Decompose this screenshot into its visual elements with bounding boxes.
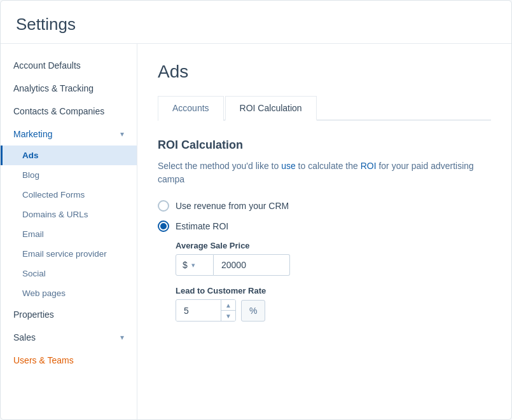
- avg-sale-price-input[interactable]: [214, 254, 290, 276]
- sidebar-subitem-collected-forms[interactable]: Collected Forms: [1, 185, 137, 205]
- main-content: Ads Accounts ROI Calculation ROI Calcula…: [137, 44, 511, 419]
- avg-sale-price-label: Average Sale Price: [176, 241, 491, 250]
- radio-circle-estimate-roi: [158, 220, 169, 232]
- currency-dropdown-icon: ▾: [191, 261, 195, 269]
- lead-to-customer-input[interactable]: [176, 301, 221, 321]
- radio-circle-use-revenue: [158, 200, 169, 212]
- roi-description: Select the method you'd like to use to c…: [158, 159, 491, 186]
- sidebar-subitem-blog[interactable]: Blog: [1, 165, 137, 185]
- sidebar-item-sales[interactable]: Sales ▾: [1, 326, 137, 349]
- radio-label-use-revenue: Use revenue from your CRM: [176, 201, 289, 211]
- avg-sale-price-input-row: $ ▾: [176, 254, 491, 276]
- sidebar-item-analytics-tracking[interactable]: Analytics & Tracking: [1, 77, 137, 100]
- roi-section: ROI Calculation Select the method you'd …: [158, 139, 491, 322]
- tabs-container: Accounts ROI Calculation: [158, 95, 491, 121]
- sidebar: Account Defaults Analytics & Tracking Co…: [1, 44, 137, 419]
- sidebar-subitem-social[interactable]: Social: [1, 264, 137, 283]
- page-title: Ads: [158, 62, 491, 82]
- lead-to-customer-label: Lead to Customer Rate: [176, 286, 491, 295]
- percent-badge: %: [241, 300, 265, 322]
- sidebar-subitem-email[interactable]: Email: [1, 224, 137, 244]
- lead-to-customer-input-wrap: ▲ ▼: [176, 299, 236, 322]
- radio-estimate-roi[interactable]: Estimate ROI: [158, 220, 491, 232]
- lead-to-customer-input-row: ▲ ▼ %: [176, 299, 491, 322]
- marketing-chevron-icon: ▾: [120, 130, 124, 139]
- tab-accounts[interactable]: Accounts: [158, 96, 224, 121]
- spinner-down-button[interactable]: ▼: [221, 311, 235, 321]
- sidebar-subitem-email-service-provider[interactable]: Email service provider: [1, 244, 137, 264]
- sidebar-item-properties[interactable]: Properties: [1, 303, 137, 326]
- tab-roi-calculation[interactable]: ROI Calculation: [225, 96, 317, 121]
- sidebar-subitem-web-pages[interactable]: Web pages: [1, 283, 137, 303]
- sidebar-item-users-teams[interactable]: Users & Teams: [1, 349, 137, 372]
- lead-to-customer-field: Lead to Customer Rate ▲ ▼ %: [176, 286, 491, 322]
- roi-section-title: ROI Calculation: [158, 139, 491, 152]
- window-body: Account Defaults Analytics & Tracking Co…: [1, 44, 511, 419]
- avg-sale-price-field: Average Sale Price $ ▾: [176, 241, 491, 276]
- spinner-wrap: ▲ ▼: [221, 300, 235, 321]
- radio-label-estimate-roi: Estimate ROI: [176, 221, 228, 231]
- spinner-up-button[interactable]: ▲: [221, 300, 235, 310]
- sales-chevron-icon: ▾: [120, 333, 124, 342]
- settings-window: Settings Account Defaults Analytics & Tr…: [0, 0, 512, 420]
- currency-symbol: $: [183, 260, 188, 270]
- sidebar-subitem-ads[interactable]: Ads: [1, 146, 137, 165]
- sidebar-subitem-domains-urls[interactable]: Domains & URLs: [1, 205, 137, 224]
- window-title: Settings: [16, 15, 496, 34]
- radio-use-revenue[interactable]: Use revenue from your CRM: [158, 200, 491, 212]
- currency-select[interactable]: $ ▾: [176, 254, 214, 276]
- sidebar-item-contacts-companies[interactable]: Contacts & Companies: [1, 100, 137, 123]
- sidebar-item-account-defaults[interactable]: Account Defaults: [1, 54, 137, 77]
- window-header: Settings: [1, 1, 511, 44]
- sidebar-item-marketing[interactable]: Marketing ▾: [1, 123, 137, 146]
